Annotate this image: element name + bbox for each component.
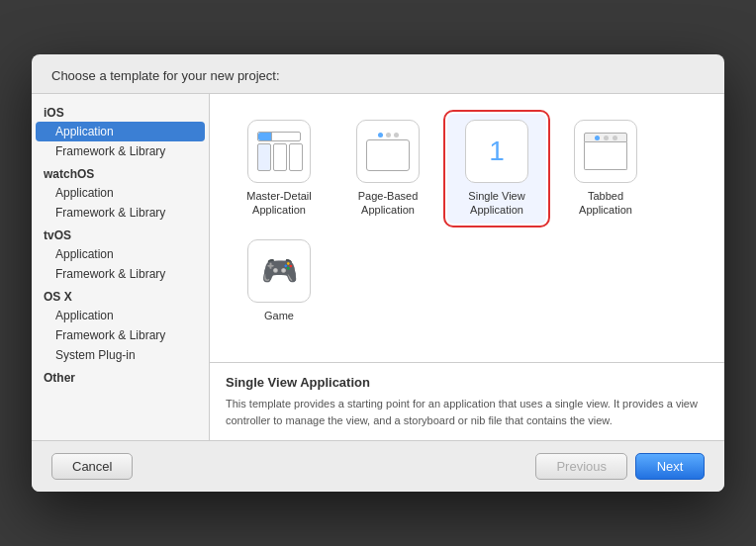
navigation-buttons: Previous Next xyxy=(535,453,705,480)
sidebar-item-osx-fw[interactable]: Framework & Library xyxy=(32,325,209,345)
sidebar-item-watch-app[interactable]: Application xyxy=(32,183,209,203)
project-template-dialog: Choose a template for your new project: … xyxy=(32,54,724,492)
single-view-icon: 1 xyxy=(465,120,528,183)
template-label-single-view: Single View Application xyxy=(453,189,540,218)
dialog-body: iOSApplicationFramework & LibrarywatchOS… xyxy=(32,93,724,441)
sidebar-group-watchos: watchOS xyxy=(32,161,209,183)
sidebar-group-other: Other xyxy=(32,365,209,387)
sidebar-item-tv-app[interactable]: Application xyxy=(32,244,209,264)
template-item-page-based[interactable]: Page-Based Application xyxy=(338,114,437,224)
template-item-master-detail[interactable]: Master-Detail Application xyxy=(230,114,329,224)
sidebar-item-osx-app[interactable]: Application xyxy=(32,306,209,325)
page-based-icon xyxy=(356,120,420,183)
next-button[interactable]: Next xyxy=(635,453,705,480)
sidebar-group-ios: iOS xyxy=(32,100,209,122)
sidebar-item-osx-plugin[interactable]: System Plug-in xyxy=(32,345,209,365)
sidebar: iOSApplicationFramework & LibrarywatchOS… xyxy=(32,94,210,440)
description-text: This template provides a starting point … xyxy=(226,396,709,428)
dialog-header: Choose a template for your new project: xyxy=(32,54,724,93)
content-area: Master-Detail Application Page-Based App… xyxy=(210,94,724,440)
sidebar-item-watch-fw[interactable]: Framework & Library xyxy=(32,203,209,223)
description-title: Single View Application xyxy=(226,375,709,390)
sidebar-item-tv-fw[interactable]: Framework & Library xyxy=(32,264,209,284)
template-item-tabbed[interactable]: Tabbed Application xyxy=(556,114,655,224)
template-item-single-view[interactable]: 1Single View Application xyxy=(447,114,546,224)
game-icon: 🎮 xyxy=(247,239,311,303)
sidebar-item-ios-fw[interactable]: Framework & Library xyxy=(32,141,209,161)
header-text: Choose a template for your new project: xyxy=(51,68,280,83)
template-label-tabbed: Tabbed Application xyxy=(562,189,649,218)
tabbed-icon xyxy=(574,120,637,183)
template-label-page-based: Page-Based Application xyxy=(344,189,431,218)
sidebar-group-tvos: tvOS xyxy=(32,223,209,244)
sidebar-group-os-x: OS X xyxy=(32,284,209,306)
sidebar-item-ios-app[interactable]: Application xyxy=(36,122,205,141)
previous-button[interactable]: Previous xyxy=(535,453,627,480)
templates-grid: Master-Detail Application Page-Based App… xyxy=(210,94,724,362)
template-label-game: Game xyxy=(264,309,294,322)
template-item-game[interactable]: 🎮Game xyxy=(230,233,329,328)
cancel-button[interactable]: Cancel xyxy=(51,453,133,480)
template-label-master-detail: Master-Detail Application xyxy=(236,189,323,218)
master-detail-icon xyxy=(247,120,311,183)
dialog-footer: Cancel Previous Next xyxy=(32,441,724,492)
description-area: Single View Application This template pr… xyxy=(210,362,724,440)
